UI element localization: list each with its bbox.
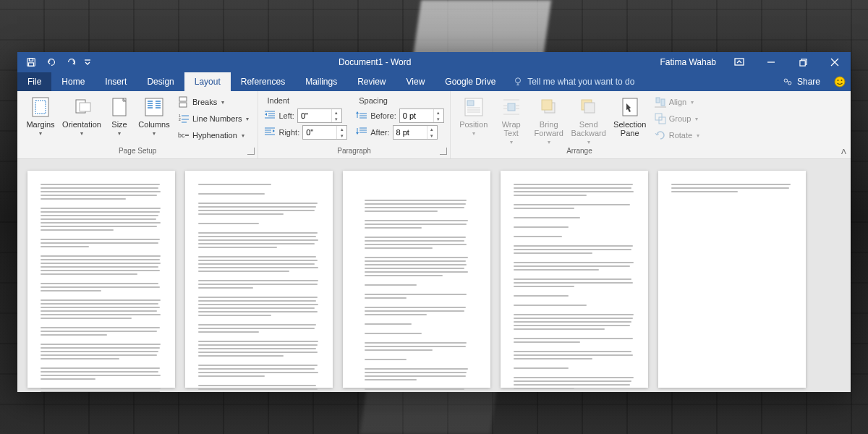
spin-up-icon[interactable]: ▴ <box>434 109 443 116</box>
group-button: Group▾ <box>652 111 702 127</box>
svg-rect-1 <box>29 59 33 61</box>
spacing-after-input[interactable]: ▴▾ <box>393 125 438 140</box>
qat-customize[interactable] <box>82 52 93 72</box>
orientation-button[interactable]: Orientation ▾ <box>61 94 103 137</box>
group-page-setup: Margins ▾ Orientation ▾ Size ▾ Columns ▾ <box>17 91 258 158</box>
indent-left-input[interactable]: ▴▾ <box>297 109 342 123</box>
word-app-window: Document1 - Word Fatima Wahab File Home … <box>17 52 851 392</box>
bring-forward-label: Bring Forward <box>535 120 563 137</box>
window-title: Document1 - Word <box>97 57 652 67</box>
page-thumbnail[interactable] <box>658 171 806 388</box>
breaks-button[interactable]: Breaks▾ <box>175 94 252 110</box>
svg-rect-71 <box>584 103 595 113</box>
hyphenation-icon: bc <box>178 129 190 141</box>
orientation-label: Orientation <box>62 120 101 129</box>
page-thumbnail[interactable] <box>27 171 175 388</box>
svg-rect-74 <box>661 99 665 106</box>
svg-rect-2 <box>29 63 34 66</box>
minimize-button[interactable] <box>755 52 787 72</box>
collapse-ribbon-button[interactable]: ᐱ <box>841 148 846 156</box>
wrap-text-button: Wrap Text▾ <box>494 94 529 145</box>
page-thumbnail[interactable] <box>185 171 333 388</box>
quick-access-toolbar <box>17 52 97 72</box>
group-label: Group <box>669 114 692 123</box>
spin-down-icon[interactable]: ▾ <box>427 132 437 139</box>
indent-right-label: Right: <box>278 128 299 137</box>
share-label: Share <box>797 77 820 87</box>
size-button[interactable]: Size ▾ <box>106 94 133 137</box>
tab-view[interactable]: View <box>396 72 435 91</box>
line-numbers-icon: 12 <box>178 113 190 124</box>
close-button[interactable] <box>819 52 851 72</box>
send-backward-button: Send Backward▾ <box>569 94 608 145</box>
svg-point-14 <box>835 77 845 87</box>
send-backward-label: Send Backward <box>571 120 606 137</box>
wrap-text-icon <box>500 95 523 119</box>
undo-button[interactable] <box>42 52 61 72</box>
redo-button[interactable] <box>62 52 81 72</box>
svg-rect-57 <box>467 101 474 106</box>
line-numbers-button[interactable]: 12Line Numbers▾ <box>175 111 252 127</box>
margins-button[interactable]: Margins ▾ <box>23 94 58 137</box>
margins-icon <box>29 95 52 119</box>
margins-label: Margins <box>26 120 54 129</box>
user-name[interactable]: Fatima Wahab <box>652 57 723 67</box>
svg-rect-20 <box>80 103 90 111</box>
dialog-launcher-icon[interactable] <box>247 148 255 155</box>
group-arrange: Position▾ Wrap Text▾ Bring Forward▾ Send… <box>451 91 708 158</box>
svg-rect-31 <box>179 97 187 101</box>
indent-left-label: Left: <box>278 111 294 120</box>
page-thumbnail[interactable] <box>501 171 648 388</box>
spacing-heading: Spacing <box>356 94 443 107</box>
tab-mailings[interactable]: Mailings <box>295 72 347 91</box>
columns-label: Columns <box>138 120 169 129</box>
columns-button[interactable]: Columns ▾ <box>136 94 172 137</box>
bring-forward-button: Bring Forward▾ <box>532 94 566 145</box>
selection-pane-button[interactable]: Selection Pane <box>611 94 649 137</box>
position-button: Position▾ <box>456 94 491 137</box>
selection-pane-icon <box>618 95 642 119</box>
ribbon-display-options[interactable] <box>723 52 755 72</box>
tab-home[interactable]: Home <box>51 72 95 91</box>
tab-file[interactable]: File <box>17 72 51 91</box>
save-button[interactable] <box>22 52 41 72</box>
feedback-smiley[interactable] <box>829 72 851 91</box>
tab-review[interactable]: Review <box>347 72 396 91</box>
spin-up-icon[interactable]: ▴ <box>332 109 341 116</box>
tab-insert[interactable]: Insert <box>95 72 137 91</box>
svg-rect-61 <box>508 103 515 111</box>
tab-google-drive[interactable]: Google Drive <box>435 72 506 91</box>
spin-down-icon[interactable]: ▾ <box>434 116 443 122</box>
document-area[interactable] <box>17 159 851 392</box>
spacing-before-input[interactable]: ▴▾ <box>399 109 444 123</box>
share-button[interactable]: Share <box>774 72 829 91</box>
chevron-down-icon: ▾ <box>118 130 121 137</box>
spin-down-icon[interactable]: ▾ <box>337 132 346 139</box>
rotate-label: Rotate <box>669 131 692 140</box>
tab-layout[interactable]: Layout <box>184 72 231 91</box>
size-label: Size <box>111 120 127 129</box>
svg-point-9 <box>516 78 521 83</box>
svg-point-13 <box>788 82 791 85</box>
dialog-launcher-icon[interactable] <box>440 148 447 155</box>
hyphenation-button[interactable]: bcHyphenation▾ <box>175 127 252 143</box>
spacing-before-icon <box>356 110 367 122</box>
spin-up-icon[interactable]: ▴ <box>427 126 437 132</box>
tab-design[interactable]: Design <box>137 72 184 91</box>
svg-rect-73 <box>656 98 660 103</box>
group-label-page-setup: Page Setup <box>119 147 156 155</box>
spin-up-icon[interactable]: ▴ <box>337 126 346 132</box>
indent-right-input[interactable]: ▴▾ <box>302 125 347 140</box>
bring-forward-icon <box>537 95 561 119</box>
tab-references[interactable]: References <box>231 72 295 91</box>
page-thumbnail[interactable] <box>343 171 490 388</box>
orientation-icon <box>70 95 93 119</box>
spacing-after-icon <box>356 127 367 138</box>
spin-down-icon[interactable]: ▾ <box>332 116 341 122</box>
share-icon <box>783 77 793 87</box>
spacing-before-label: Before: <box>370 111 396 120</box>
tell-me-search[interactable]: Tell me what you want to do <box>506 72 774 91</box>
titlebar: Document1 - Word Fatima Wahab <box>17 52 851 72</box>
indent-left-icon <box>264 110 276 122</box>
maximize-button[interactable] <box>787 52 819 72</box>
